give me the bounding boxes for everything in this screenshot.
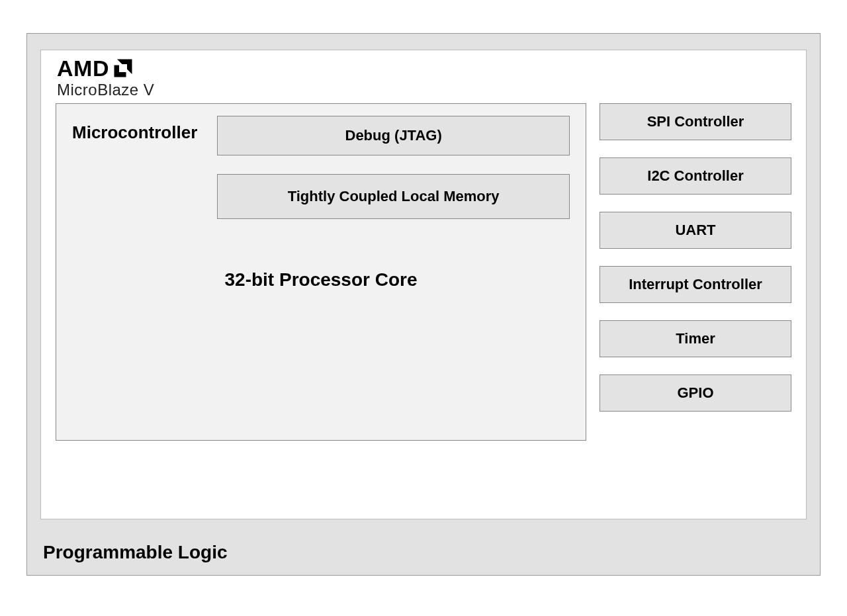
chip-frame: AMD MicroBlaze V Microcontroller Debug (… [40, 50, 807, 519]
peripheral-i2c: I2C Controller [600, 157, 791, 195]
debug-jtag-box: Debug (JTAG) [217, 116, 570, 155]
microcontroller-title: Microcontroller [72, 116, 197, 143]
peripherals-column: SPI Controller I2C Controller UART Inter… [600, 103, 791, 412]
programmable-logic-frame: AMD MicroBlaze V Microcontroller Debug (… [26, 33, 821, 576]
brand-name: AMD [57, 57, 109, 79]
brand-block: AMD MicroBlaze V [57, 57, 791, 99]
content-row: Microcontroller Debug (JTAG) Tightly Cou… [56, 103, 791, 447]
processor-core-label: 32-bit Processor Core [56, 269, 586, 290]
programmable-logic-label: Programmable Logic [43, 542, 228, 563]
amd-arrow-icon [113, 58, 133, 78]
peripheral-uart: UART [600, 212, 791, 249]
local-memory-box: Tightly Coupled Local Memory [217, 174, 570, 219]
peripheral-timer: Timer [600, 320, 791, 357]
brand-product: MicroBlaze V [57, 81, 791, 99]
brand-top: AMD [57, 57, 791, 79]
peripheral-spi: SPI Controller [600, 103, 791, 140]
mc-inner-column: Debug (JTAG) Tightly Coupled Local Memor… [217, 116, 570, 219]
microcontroller-block: Microcontroller Debug (JTAG) Tightly Cou… [56, 103, 586, 441]
peripheral-gpio: GPIO [600, 374, 791, 412]
peripheral-interrupt: Interrupt Controller [600, 266, 791, 303]
mc-header: Microcontroller Debug (JTAG) Tightly Cou… [72, 116, 570, 219]
